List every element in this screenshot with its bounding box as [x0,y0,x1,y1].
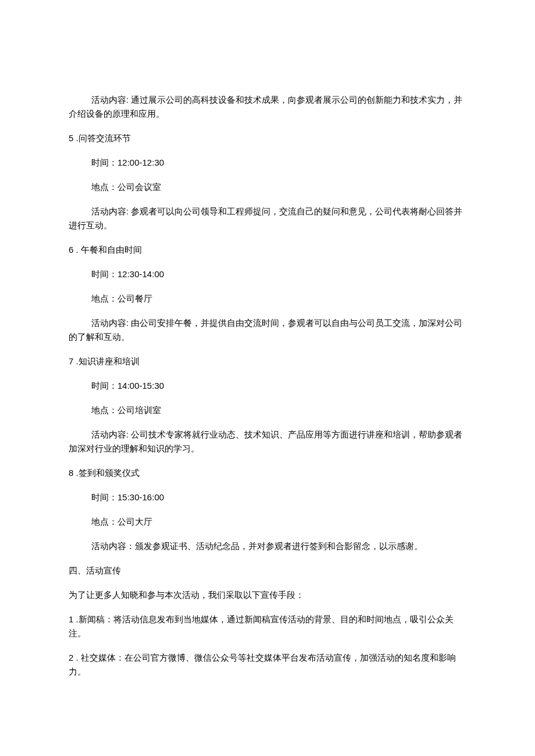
section5-content: 活动内容: 参观者可以向公司领导和工程师提问，交流自己的疑问和意见，公司代表将耐… [69,205,466,232]
section7-heading: 7 .知识讲座和培训 [69,354,466,368]
promo-intro: 为了让更多人知晓和参与本次活动，我们采取以下宣传手段： [69,588,466,602]
promo-item2: 2 . 社交媒体：在公司官方微博、微信公众号等社交媒体平台发布活动宣传，加强活动… [69,651,466,679]
section8-time: 时间：15:30-16:00 [69,490,466,504]
section5-title: 问答交流环节 [79,133,131,143]
section6-time: 时间：12:30-14:00 [69,267,466,281]
section7-time: 时间：14:00-15:30 [69,379,466,393]
promo-item2-text: 社交媒体：在公司官方微博、微信公众号等社交媒体平台发布活动宣传，加强活动的知名度… [69,653,456,676]
section5-sep: . [73,133,78,143]
section6-content: 活动内容: 由公司安排午餐，并提供自由交流时间，参观者可以自由与公司员工交流，加… [69,316,466,344]
section5-heading: 5 .问答交流环节 [69,131,466,145]
section6-place: 地点：公司餐厅 [69,292,466,306]
section8-place: 地点：公司大厅 [69,515,466,529]
section8-title: 签到和颁奖仪式 [79,468,140,478]
promo-item2-sep: . [73,653,81,662]
document-page: 活动内容: 通过展示公司的高科技设备和技术成果，向参观者展示公司的创新能力和技术… [0,0,535,756]
section6-heading: 6 . 午餐和自由时间 [69,243,466,257]
section8-sep: . [73,468,78,478]
section5-time: 时间：12:00-12:30 [69,156,466,170]
promo-item1-text: 新闻稿：将活动信息发布到当地媒体，通过新闻稿宣传活动的背景、目的和时间地点，吸引… [69,614,454,638]
section6-sep: . [73,245,81,255]
section7-place: 地点：公司培训室 [69,403,466,417]
promo-item1: 1 .新闻稿：将活动信息发布到当地媒体，通过新闻稿宣传活动的背景、目的和时间地点… [69,612,466,640]
section7-title: 知识讲座和培训 [79,356,140,366]
section4-content: 活动内容: 通过展示公司的高科技设备和技术成果，向参观者展示公司的创新能力和技术… [69,93,466,121]
section8-heading: 8 .签到和颁奖仪式 [69,466,466,480]
section6-title: 午餐和自由时间 [81,245,142,255]
section8-content: 活动内容：颁发参观证书、活动纪念品，并对参观者进行签到和合影留念，以示感谢。 [69,539,466,553]
section7-sep: . [73,356,78,366]
section5-place: 地点：公司会议室 [69,180,466,194]
promo-item1-sep: . [73,614,78,624]
section7-content: 活动内容: 公司技术专家将就行业动态、技术知识、产品应用等方面进行讲座和培训，帮… [69,428,466,456]
promo-heading: 四、活动宣传 [69,564,466,578]
